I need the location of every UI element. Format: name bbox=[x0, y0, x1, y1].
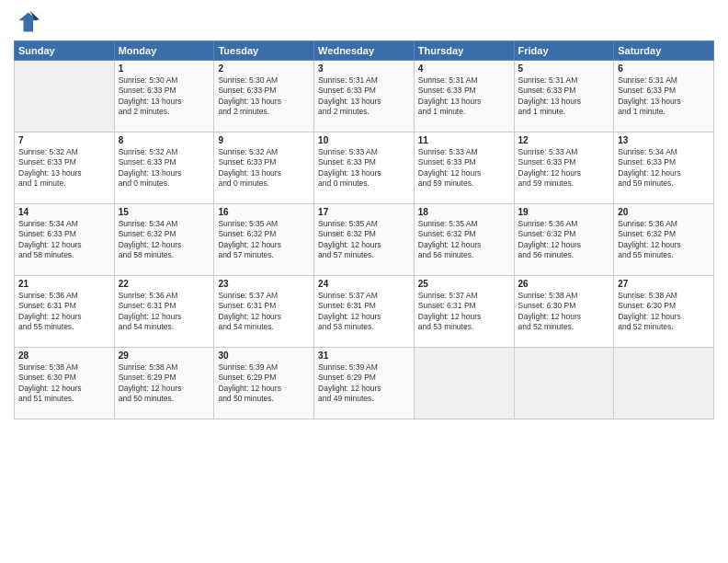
cell-line: and 59 minutes. bbox=[618, 178, 710, 189]
cell-line: Sunrise: 5:36 AM bbox=[518, 219, 610, 229]
cell-line: Daylight: 13 hours bbox=[218, 168, 310, 178]
cell-line: Daylight: 12 hours bbox=[119, 312, 210, 322]
day-number: 26 bbox=[518, 279, 610, 289]
cell-line: Sunset: 6:33 PM bbox=[618, 157, 710, 167]
day-number: 9 bbox=[218, 135, 310, 145]
day-cell: 28Sunrise: 5:38 AMSunset: 6:30 PMDayligh… bbox=[15, 348, 115, 419]
cell-line: and 58 minutes. bbox=[119, 250, 210, 260]
header-cell-monday: Monday bbox=[114, 41, 214, 61]
cell-line: Daylight: 12 hours bbox=[618, 240, 710, 250]
day-cell bbox=[414, 348, 514, 419]
cell-line: and 52 minutes. bbox=[618, 322, 710, 332]
cell-line: Sunset: 6:33 PM bbox=[618, 86, 710, 96]
day-number: 27 bbox=[618, 279, 710, 289]
cell-line: Daylight: 12 hours bbox=[218, 240, 310, 250]
day-number: 24 bbox=[318, 279, 410, 289]
page: SundayMondayTuesdayWednesdayThursdayFrid… bbox=[0, 0, 728, 563]
cell-line: Sunrise: 5:31 AM bbox=[618, 75, 710, 86]
cell-line: Sunrise: 5:35 AM bbox=[218, 219, 310, 229]
cell-line: Sunset: 6:29 PM bbox=[218, 373, 310, 383]
cell-line: Daylight: 12 hours bbox=[618, 312, 710, 322]
cell-line: Sunrise: 5:38 AM bbox=[618, 291, 710, 301]
cell-line: Sunrise: 5:36 AM bbox=[18, 291, 110, 301]
day-cell: 3Sunrise: 5:31 AMSunset: 6:33 PMDaylight… bbox=[314, 61, 415, 132]
day-number: 11 bbox=[418, 135, 510, 145]
cell-line: and 56 minutes. bbox=[418, 250, 510, 260]
cell-line: and 55 minutes. bbox=[618, 250, 710, 260]
cell-line: and 2 minutes. bbox=[119, 107, 210, 117]
cell-line: Daylight: 12 hours bbox=[318, 384, 410, 394]
cell-line: Sunset: 6:33 PM bbox=[119, 86, 210, 96]
cell-line: Sunrise: 5:34 AM bbox=[119, 219, 210, 229]
day-cell: 24Sunrise: 5:37 AMSunset: 6:31 PMDayligh… bbox=[314, 276, 415, 348]
day-cell: 18Sunrise: 5:35 AMSunset: 6:32 PMDayligh… bbox=[414, 204, 514, 276]
cell-line: and 0 minutes. bbox=[318, 178, 410, 189]
cell-line: Sunset: 6:32 PM bbox=[218, 229, 310, 239]
cell-line: Sunset: 6:31 PM bbox=[119, 301, 210, 311]
cell-line: Sunrise: 5:31 AM bbox=[518, 75, 610, 86]
day-number: 19 bbox=[518, 207, 610, 217]
cell-line: Sunrise: 5:38 AM bbox=[119, 362, 210, 373]
cell-line: Sunset: 6:33 PM bbox=[218, 157, 310, 167]
day-number: 14 bbox=[18, 207, 110, 217]
cell-line: Sunset: 6:32 PM bbox=[318, 229, 410, 239]
day-number: 29 bbox=[119, 350, 210, 361]
cell-line: and 0 minutes. bbox=[119, 178, 210, 189]
day-cell: 2Sunrise: 5:30 AMSunset: 6:33 PMDaylight… bbox=[214, 61, 314, 132]
day-number: 22 bbox=[119, 279, 210, 289]
header-cell-sunday: Sunday bbox=[15, 41, 115, 61]
header-cell-tuesday: Tuesday bbox=[214, 41, 314, 61]
day-cell: 25Sunrise: 5:37 AMSunset: 6:31 PMDayligh… bbox=[414, 276, 514, 348]
cell-line: Sunset: 6:29 PM bbox=[318, 373, 410, 383]
header bbox=[14, 9, 714, 35]
cell-line: Sunrise: 5:34 AM bbox=[618, 147, 710, 157]
cell-line: Sunrise: 5:38 AM bbox=[518, 291, 610, 301]
day-cell bbox=[15, 61, 115, 132]
cell-line: Sunrise: 5:37 AM bbox=[418, 291, 510, 301]
cell-line: Sunrise: 5:36 AM bbox=[119, 291, 210, 301]
cell-line: Daylight: 12 hours bbox=[119, 384, 210, 394]
header-cell-thursday: Thursday bbox=[414, 41, 514, 61]
cell-line: Sunset: 6:33 PM bbox=[318, 157, 410, 167]
day-cell: 16Sunrise: 5:35 AMSunset: 6:32 PMDayligh… bbox=[214, 204, 314, 276]
cell-line: Daylight: 13 hours bbox=[318, 168, 410, 178]
header-cell-saturday: Saturday bbox=[614, 41, 714, 61]
cell-line: Daylight: 12 hours bbox=[218, 384, 310, 394]
cell-line: Sunset: 6:33 PM bbox=[119, 157, 210, 167]
cell-line: and 51 minutes. bbox=[18, 394, 110, 404]
header-cell-wednesday: Wednesday bbox=[314, 41, 415, 61]
cell-line: Daylight: 12 hours bbox=[518, 240, 610, 250]
day-number: 31 bbox=[318, 350, 410, 361]
cell-line: and 57 minutes. bbox=[318, 250, 410, 260]
cell-line: Daylight: 12 hours bbox=[318, 312, 410, 322]
day-number: 23 bbox=[218, 279, 310, 289]
day-cell: 9Sunrise: 5:32 AMSunset: 6:33 PMDaylight… bbox=[214, 132, 314, 204]
cell-line: Daylight: 13 hours bbox=[218, 97, 310, 107]
cell-line: and 53 minutes. bbox=[318, 322, 410, 332]
day-number: 13 bbox=[618, 135, 710, 145]
day-cell bbox=[514, 348, 614, 419]
cell-line: Sunrise: 5:39 AM bbox=[218, 362, 310, 373]
cell-line: Daylight: 13 hours bbox=[618, 97, 710, 107]
cell-line: and 55 minutes. bbox=[18, 322, 110, 332]
day-cell: 30Sunrise: 5:39 AMSunset: 6:29 PMDayligh… bbox=[214, 348, 314, 419]
cell-line: Daylight: 12 hours bbox=[119, 240, 210, 250]
day-cell: 12Sunrise: 5:33 AMSunset: 6:33 PMDayligh… bbox=[514, 132, 614, 204]
day-number: 28 bbox=[18, 350, 110, 361]
cell-line: Sunset: 6:33 PM bbox=[418, 86, 510, 96]
cell-line: Daylight: 13 hours bbox=[18, 168, 110, 178]
cell-line: and 57 minutes. bbox=[218, 250, 310, 260]
day-cell: 14Sunrise: 5:34 AMSunset: 6:33 PMDayligh… bbox=[15, 204, 115, 276]
cell-line: Sunset: 6:30 PM bbox=[518, 301, 610, 311]
cell-line: Daylight: 13 hours bbox=[119, 97, 210, 107]
cell-line: and 1 minute. bbox=[18, 178, 110, 189]
day-cell: 5Sunrise: 5:31 AMSunset: 6:33 PMDaylight… bbox=[514, 61, 614, 132]
day-number: 30 bbox=[218, 350, 310, 361]
day-cell: 22Sunrise: 5:36 AMSunset: 6:31 PMDayligh… bbox=[114, 276, 214, 348]
cell-line: and 0 minutes. bbox=[218, 178, 310, 189]
cell-line: Daylight: 12 hours bbox=[418, 240, 510, 250]
cell-line: Daylight: 12 hours bbox=[18, 312, 110, 322]
cell-line: and 54 minutes. bbox=[218, 322, 310, 332]
cell-line: Daylight: 12 hours bbox=[618, 168, 710, 178]
day-cell: 13Sunrise: 5:34 AMSunset: 6:33 PMDayligh… bbox=[614, 132, 714, 204]
